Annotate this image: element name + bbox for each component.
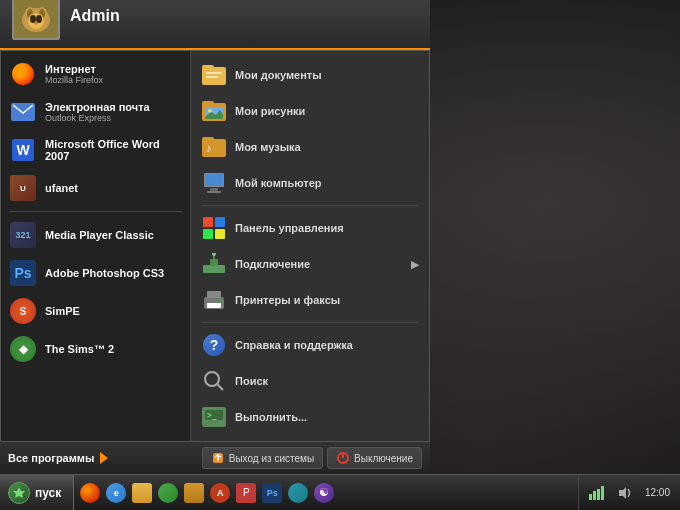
- right-item-control[interactable]: Панель управления: [191, 210, 429, 246]
- control-icon: [201, 215, 227, 241]
- photoshop-text: Adobe Photoshop CS3: [45, 267, 164, 279]
- photoshop-icon: Ps: [9, 259, 37, 287]
- start-menu-bottom: Все программы Выход из системы Вык: [0, 441, 430, 474]
- svg-rect-13: [206, 72, 222, 74]
- svg-rect-24: [210, 188, 218, 191]
- mymusic-label: Моя музыка: [235, 141, 301, 153]
- connect-arrow-icon: ▶: [411, 259, 419, 270]
- start-menu-header: Admin: [0, 0, 430, 50]
- svg-rect-28: [203, 229, 213, 239]
- all-programs-arrow-icon: [100, 452, 108, 464]
- start-button[interactable]: пуск: [0, 475, 74, 510]
- taskbar-purple-icon[interactable]: ☯: [312, 481, 336, 505]
- word-icon: W: [9, 136, 37, 164]
- taskbar-red-icon[interactable]: A: [208, 481, 232, 505]
- firefox-title: Интернет: [45, 63, 103, 75]
- taskbar-ps-icon[interactable]: Ps: [260, 481, 284, 505]
- word-title: Microsoft Office Word 2007: [45, 138, 182, 162]
- simpe-icon: S: [9, 297, 37, 325]
- right-item-mypics[interactable]: Мои рисунки: [191, 93, 429, 129]
- menu-item-outlook[interactable]: Электронная почта Outlook Express: [1, 93, 190, 131]
- start-label: пуск: [35, 486, 61, 500]
- taskbar-cyan-icon[interactable]: [286, 481, 310, 505]
- mpc-icon: 321: [9, 221, 37, 249]
- shutdown-button[interactable]: Выключение: [327, 447, 422, 469]
- menu-item-sims[interactable]: ◆ The Sims™ 2: [1, 330, 190, 368]
- right-item-mymusic[interactable]: ♪ Моя музыка: [191, 129, 429, 165]
- start-orb-icon: [8, 482, 30, 504]
- taskbar-items: e A P Ps ☯: [74, 475, 578, 510]
- mydocs-icon: [201, 62, 227, 88]
- simpe-text: SimPE: [45, 305, 80, 317]
- menu-item-word[interactable]: W Microsoft Office Word 2007: [1, 131, 190, 169]
- svg-rect-47: [593, 491, 596, 500]
- taskbar-explorer-icon[interactable]: [130, 481, 154, 505]
- svg-rect-25: [207, 191, 221, 193]
- mpc-text: Media Player Classic: [45, 229, 154, 241]
- right-divider-1: [201, 205, 419, 206]
- connect-label: Подключение: [235, 258, 310, 270]
- menu-item-ufanet[interactable]: U ufanet: [1, 169, 190, 207]
- help-label: Справка и поддержка: [235, 339, 353, 351]
- right-item-mydocs[interactable]: Мои документы: [191, 57, 429, 93]
- menu-item-photoshop[interactable]: Ps Adobe Photoshop CS3: [1, 254, 190, 292]
- system-tray: 12:00: [578, 475, 680, 510]
- menu-item-simpe[interactable]: S SimPE: [1, 292, 190, 330]
- right-item-connect[interactable]: Подключение ▶: [191, 246, 429, 282]
- all-programs-button[interactable]: Все программы: [8, 452, 108, 464]
- outlook-title: Электронная почта: [45, 101, 150, 113]
- svg-point-7: [30, 15, 36, 23]
- right-item-mycomputer[interactable]: Мой компьютер: [191, 165, 429, 201]
- svg-rect-29: [215, 229, 225, 239]
- word-text: Microsoft Office Word 2007: [45, 138, 182, 162]
- svg-rect-46: [589, 494, 592, 500]
- taskbar-folder-icon[interactable]: [182, 481, 206, 505]
- menu-item-firefox[interactable]: Интернет Mozilla Firefox: [1, 55, 190, 93]
- user-avatar: [12, 0, 60, 40]
- mycomputer-label: Мой компьютер: [235, 177, 322, 189]
- taskbar-firefox-icon[interactable]: [78, 481, 102, 505]
- help-icon: ?: [201, 332, 227, 358]
- system-clock: 12:00: [641, 487, 674, 498]
- left-panel: Интернет Mozilla Firefox Электронная поч…: [1, 51, 191, 441]
- mydocs-label: Мои документы: [235, 69, 322, 81]
- start-menu: Admin Интернет Mozilla Firefox: [0, 0, 430, 474]
- search-label: Поиск: [235, 375, 268, 387]
- shutdown-label: Выключение: [354, 453, 413, 464]
- desktop: Admin Интернет Mozilla Firefox: [0, 0, 680, 510]
- left-divider: [9, 211, 182, 212]
- menu-item-mpc[interactable]: 321 Media Player Classic: [1, 216, 190, 254]
- svg-rect-35: [207, 291, 221, 298]
- right-item-help[interactable]: ? Справка и поддержка: [191, 327, 429, 363]
- user-name: Admin: [70, 7, 120, 25]
- taskbar-ie-icon[interactable]: e: [104, 481, 128, 505]
- svg-rect-36: [207, 303, 221, 308]
- svg-point-37: [218, 299, 222, 303]
- simpe-title: SimPE: [45, 305, 80, 317]
- search-icon: [201, 368, 227, 394]
- mypics-icon: [201, 98, 227, 124]
- logout-button[interactable]: Выход из системы: [202, 447, 323, 469]
- connect-icon: [201, 251, 227, 277]
- taskbar-green-icon[interactable]: [156, 481, 180, 505]
- ufanet-title: ufanet: [45, 182, 78, 194]
- sims-icon: ◆: [9, 335, 37, 363]
- taskbar-orange-icon[interactable]: P: [234, 481, 258, 505]
- svg-rect-16: [202, 101, 214, 105]
- mypics-label: Мои рисунки: [235, 105, 305, 117]
- right-item-search[interactable]: Поиск: [191, 363, 429, 399]
- mycomputer-icon: [201, 170, 227, 196]
- shutdown-icon: [336, 451, 350, 465]
- svg-point-38: [205, 372, 219, 386]
- svg-line-39: [217, 384, 223, 390]
- printers-icon: [201, 287, 227, 313]
- photoshop-title: Adobe Photoshop CS3: [45, 267, 164, 279]
- svg-rect-48: [597, 489, 600, 500]
- svg-text:>_: >_: [207, 411, 217, 420]
- svg-rect-12: [202, 65, 214, 69]
- right-item-printers[interactable]: Принтеры и факсы: [191, 282, 429, 318]
- tray-network-icon[interactable]: [585, 481, 609, 505]
- right-item-run[interactable]: >_ Выполнить...: [191, 399, 429, 435]
- tray-volume-icon[interactable]: [613, 481, 637, 505]
- firefox-icon: [9, 60, 37, 88]
